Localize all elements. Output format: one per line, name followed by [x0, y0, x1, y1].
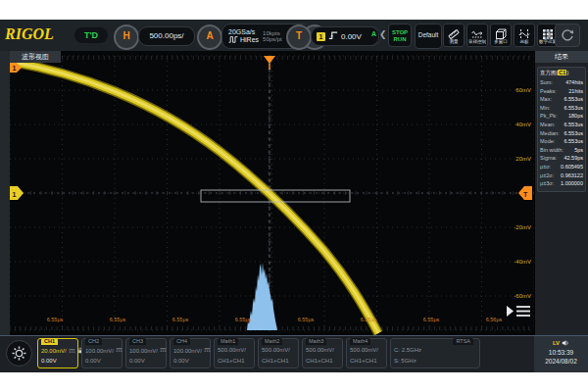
right-axis-label: 60mV	[492, 87, 531, 93]
scale-value: 500.00mV/	[306, 347, 334, 353]
stat-value: 180ps	[568, 112, 583, 121]
stat-value: 6.553us	[564, 129, 583, 138]
toolbar-button-sample-control[interactable]: 采样控制	[466, 24, 488, 47]
stat-label: μ±σ:	[540, 163, 551, 172]
scale-value: 100.00mV/	[129, 347, 167, 354]
channel-box-ch1[interactable]: CH120.00mV/0.00V	[37, 338, 78, 368]
rigol-logo: RIGOL	[5, 25, 54, 43]
stat-label: Median:	[540, 129, 560, 138]
box-tab: Math2	[262, 338, 282, 345]
math-box-math3[interactable]: Math3500.00mV/CH1+CH1	[302, 338, 343, 368]
trigger-source-badge: 1	[317, 32, 325, 41]
toolbar-button-multi-window[interactable]: 多窗口	[490, 24, 512, 47]
box-tab: Math4	[350, 338, 370, 345]
right-axis-label: 40mV	[492, 122, 531, 127]
run-stop-button[interactable]: STOP RUN	[388, 24, 412, 47]
stat-value: 6.553us	[564, 121, 583, 129]
channel-box-ch3[interactable]: CH3100.00mV/0.00V	[125, 338, 167, 368]
right-axis-label: 20mV	[492, 156, 531, 162]
math-box-math4[interactable]: Math4500.00mV/CH1+CH1	[346, 338, 387, 368]
channel-box-ch4[interactable]: CH4100.00mV/0.00V	[170, 338, 211, 368]
ch1-ground-marker[interactable]: 1	[10, 186, 24, 200]
multi-window-icon	[491, 26, 511, 38]
stat-label: Mean:	[540, 121, 555, 129]
bottom-axis-label: 6.55μs	[40, 317, 70, 322]
menu-expand-button[interactable]	[505, 304, 532, 318]
rtsa-box[interactable]: RTSA C: 2.5GHz S: 5GHz	[390, 338, 480, 368]
svg-text:1: 1	[13, 191, 17, 198]
toolbar-button-measure[interactable]: 测量	[443, 24, 465, 47]
stat-label: Pk_Pk:	[540, 112, 557, 121]
trigger-status-badge: T'D	[74, 27, 108, 43]
trigger-coupling-indicator: A	[371, 30, 376, 37]
stat-row: Sigma:42.59ps	[540, 154, 583, 163]
horizontal-knob[interactable]: H	[114, 24, 139, 50]
stat-value: 21hits	[568, 87, 583, 96]
stat-value: 6.553us	[564, 137, 583, 146]
trigger-level-value: 0.00V	[341, 32, 362, 41]
bottom-axis-label: 6.55μs	[354, 317, 383, 322]
stat-label: Sigma:	[540, 154, 557, 163]
results-panel-title: 结果	[535, 51, 588, 63]
point-resolution-value: 50ps/pt	[263, 36, 282, 42]
trigger-position-marker[interactable]	[264, 56, 275, 70]
stat-row: μ±3σ:1.000000	[540, 179, 583, 188]
screenshot-canvas: RIGOL T'D H 500.00ps/ A 20GSa/s HiRes 10…	[0, 0, 588, 392]
waveform-view-tab[interactable]: 波形视图	[10, 51, 61, 63]
stat-row: Sum:474hits	[540, 78, 583, 87]
math-box-math2[interactable]: Math2500.00mV/CH1+CH1	[258, 338, 299, 368]
stat-label: Peaks:	[540, 87, 557, 96]
trigger-settings-button[interactable]: 1 0.00V	[311, 26, 379, 46]
stat-value: 42.59ps	[564, 154, 583, 163]
histogram-statistics[interactable]: 直方图(C1) Sum:474hitsPeaks:21hitsMax:6.553…	[537, 67, 586, 192]
stat-row: Min:6.553us	[540, 104, 583, 113]
run-stop-line1: STOP	[389, 29, 411, 36]
horizontal-knob-label: H	[122, 30, 129, 41]
offset-value: 0.00V	[129, 358, 145, 364]
stat-row: Bin width:5ps	[540, 146, 583, 155]
box-tab: CH4	[173, 338, 190, 345]
stat-row: Mode:6.553us	[540, 137, 583, 146]
oscilloscope-screen: RIGOL T'D H 500.00ps/ A 20GSa/s HiRes 10…	[0, 20, 588, 372]
toolbar-button-label: 采样控制	[468, 38, 486, 43]
ch1-waveform	[10, 59, 378, 333]
acquire-knob[interactable]: A	[197, 24, 222, 50]
gear-icon	[12, 347, 26, 364]
measure-icon	[444, 26, 464, 38]
box-tab: Math1	[218, 338, 238, 345]
stat-label: Bin width:	[540, 146, 564, 155]
math-box-math1[interactable]: Math1500.00mV/CH1+CH1	[214, 338, 255, 368]
refresh-icon	[561, 28, 574, 45]
stat-row: μ±σ:0.605495	[540, 163, 583, 172]
self-cal-button[interactable]	[555, 24, 580, 47]
horizontal-scale-button[interactable]: 500.00ps/	[138, 26, 195, 46]
chevron-right-icon[interactable]: ❯	[545, 29, 553, 39]
stat-label: μ±2σ:	[540, 172, 554, 180]
sample-rate-value: 20GSa/s	[228, 28, 259, 35]
toolbar-button-cursor[interactable]: 光标	[514, 24, 535, 47]
trigger-knob-label: T	[296, 30, 302, 41]
stat-row: μ±2σ:0.963122	[540, 172, 583, 180]
chevron-left-icon[interactable]: ❮	[379, 29, 387, 39]
scale-value: 20.00mV/	[41, 347, 83, 355]
default-button[interactable]: Default	[415, 24, 442, 49]
histogram-stats-title: 直方图(C1)	[540, 70, 583, 76]
stat-row: Pk_Pk:180ps	[540, 112, 583, 121]
acquire-mode-value: HiRes	[240, 36, 259, 43]
stat-row: Peaks:21hits	[540, 87, 583, 96]
offset-value: 0.00V	[85, 358, 101, 364]
stat-value: 6.553us	[564, 95, 583, 104]
math-expression: CH1+CH1	[306, 358, 333, 364]
svg-text:1: 1	[13, 65, 17, 72]
right-axis-label: -20mV	[492, 224, 531, 230]
trigger-level-marker[interactable]: T	[518, 186, 532, 200]
svg-text:T: T	[523, 191, 528, 198]
bottom-axis-label: 6.55μs	[166, 317, 195, 322]
trigger-knob[interactable]: T	[286, 24, 312, 50]
lan-status-badge: LV	[553, 339, 560, 348]
channel-box-ch2[interactable]: CH2100.00mV/0.00V	[81, 338, 122, 368]
clock-box[interactable]: LV 10:53:39 2024/08/02	[534, 336, 588, 372]
horizontal-scale-value: 500.00ps/	[149, 31, 183, 40]
right-axis-label: -40mV	[492, 259, 531, 265]
navigation-knob[interactable]	[6, 340, 32, 367]
